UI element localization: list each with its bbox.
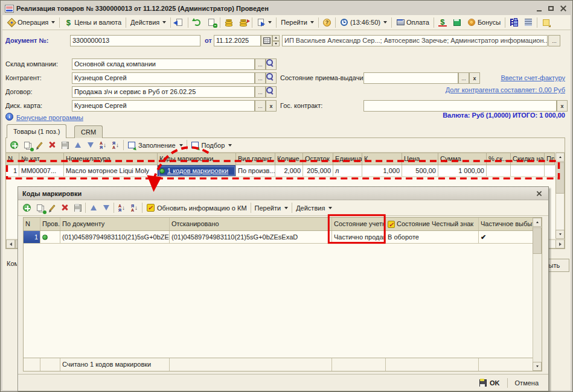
goods-table-row[interactable]: 1 ММ00007... Масло моторное Liqui Moly 1… xyxy=(6,165,555,177)
popup-table-row[interactable]: 1 (01)04589794983110(21)5sG+0bZEsExa... … xyxy=(24,231,542,244)
actions-button[interactable]: Действия xyxy=(127,17,169,28)
bonuses-button[interactable]: Бонусы xyxy=(464,16,504,28)
tab-crm[interactable]: CRM xyxy=(74,125,103,138)
popup-cell-n[interactable]: 1 xyxy=(24,231,40,244)
cell-disc-pct[interactable] xyxy=(487,165,511,177)
sort-desc-button[interactable]: ЯА↓ xyxy=(109,139,122,151)
edit-row-button[interactable] xyxy=(33,139,46,151)
post-document-button[interactable] xyxy=(172,16,187,28)
fill-button[interactable]: Заполнение xyxy=(125,141,185,150)
popup-cell-scanned[interactable]: (01)04589794983110(21)5sG+0bZEsExaD xyxy=(170,231,332,244)
org-ellipsis-button[interactable]: ... xyxy=(548,35,560,46)
header-cell-disc-pct[interactable]: % ск... xyxy=(487,153,511,165)
header-cell-unit[interactable]: Единица xyxy=(333,153,362,165)
contract-ellipsis-button[interactable]: ... xyxy=(255,86,266,98)
doc-number-input[interactable]: 3300000013 xyxy=(70,35,200,46)
help-button[interactable]: ? xyxy=(320,17,334,28)
move-up-button[interactable] xyxy=(71,139,84,151)
scroll-down-button[interactable] xyxy=(555,230,565,239)
warehouse-ellipsis-button[interactable]: ... xyxy=(255,58,266,70)
popup-cell-by-document[interactable]: (01)04589794983110(21)5sG+0bZEsExa... xyxy=(60,231,170,244)
gov-contract-clear-button[interactable]: x xyxy=(557,100,568,112)
popup-add-button[interactable] xyxy=(21,202,33,214)
structure-button[interactable] xyxy=(507,16,521,28)
popup-sort-desc-button[interactable]: ЯА↓ xyxy=(128,202,141,214)
cell-k[interactable]: 1,000 xyxy=(362,165,402,177)
calendar-button[interactable] xyxy=(261,35,272,46)
tab-goods[interactable]: Товары (1 поз.) xyxy=(7,124,66,138)
header-cell-sum[interactable]: Сумма xyxy=(438,153,487,165)
add-row-button[interactable] xyxy=(8,139,21,151)
time-button[interactable]: (13:46:50) xyxy=(337,16,390,28)
cell-disc-amount[interactable] xyxy=(511,165,545,177)
payment-button[interactable]: Оплата xyxy=(393,16,432,28)
operation-button[interactable]: Операция xyxy=(4,16,58,28)
debt-link[interactable]: Долг контрагента составляет: 0,00 Руб xyxy=(423,86,565,93)
popup-cell-accounting-state[interactable]: Частично продан xyxy=(332,231,386,244)
bonus-programs-link[interactable]: Бонусные программы xyxy=(16,114,83,121)
cell-sum[interactable]: 1 000,00 xyxy=(438,165,487,177)
ok-button[interactable]: OK xyxy=(475,378,504,388)
popup-sort-asc-button[interactable]: АЯ↓ xyxy=(115,202,128,214)
posting-dtkt-button[interactable] xyxy=(222,16,236,28)
header-cell-nomenclature[interactable]: Номенклатура xyxy=(64,153,158,165)
scroll-right-button[interactable] xyxy=(555,239,565,248)
reception-state-input[interactable] xyxy=(363,72,458,84)
disc-card-input[interactable]: Кузнецов Сергей xyxy=(72,100,255,112)
reception-state-ellipsis-button[interactable]: ... xyxy=(458,72,469,84)
save-row-button[interactable] xyxy=(59,139,71,151)
pick-button[interactable]: Подбор xyxy=(188,141,235,150)
doc-date-input[interactable]: 11.12.2025 xyxy=(214,35,261,46)
popup-delete-button[interactable] xyxy=(59,202,71,214)
popup-v-scrollbar[interactable] xyxy=(533,218,542,371)
v-scroll-thumb[interactable] xyxy=(555,162,565,194)
copy-row-button[interactable] xyxy=(21,139,33,151)
disc-card-clear-button[interactable]: x xyxy=(266,100,277,112)
popup-scroll-up-button[interactable] xyxy=(533,218,542,227)
popup-header-accounting-state[interactable]: Состояние учетное xyxy=(332,218,386,230)
warehouse-input[interactable]: Основной склад компании xyxy=(72,58,255,70)
refresh-button[interactable] xyxy=(190,16,204,28)
cell-warranty[interactable]: По произв... xyxy=(236,165,275,177)
popup-close-button[interactable] xyxy=(534,189,544,198)
invoice-link[interactable]: Ввести счет-фактуру xyxy=(481,74,565,81)
prices-currency-button[interactable]: $Цены и валюта xyxy=(61,16,124,28)
cell-price[interactable]: 500,00 xyxy=(402,165,438,177)
popup-scroll-down-button[interactable] xyxy=(533,362,542,371)
popup-move-up-button[interactable] xyxy=(87,202,100,214)
popup-scroll-thumb[interactable] xyxy=(533,227,542,254)
cell-stock[interactable]: 205,000 xyxy=(303,165,333,177)
header-cell-stock[interactable]: Остаток xyxy=(303,153,333,165)
popup-cell-partial-disposal[interactable]: ✔ xyxy=(479,231,533,244)
disc-card-ellipsis-button[interactable]: ... xyxy=(255,100,266,112)
cancel-button[interactable]: Отмена xyxy=(511,378,542,388)
date-spinner[interactable] xyxy=(272,35,280,46)
based-on-button[interactable] xyxy=(254,16,275,28)
scroll-up-button[interactable] xyxy=(555,153,565,162)
minimize-button[interactable] xyxy=(534,4,544,13)
popup-cell-chestny-znak[interactable]: В обороте xyxy=(386,231,479,244)
cell-marking-codes[interactable]: 1 кодов маркировки xyxy=(158,165,236,177)
cell-nomenclature[interactable]: Масло моторное Liqui Moly xyxy=(64,165,158,177)
counterparty-open-button[interactable] xyxy=(266,72,277,84)
header-cell-disc-amount[interactable]: Скидка на... xyxy=(511,153,545,165)
maximize-button[interactable] xyxy=(546,4,556,13)
popup-header-by-document[interactable]: По документу xyxy=(60,218,170,230)
popup-edit-button[interactable] xyxy=(46,202,59,214)
popup-actions-button[interactable]: Действия xyxy=(293,204,335,212)
cell-pct[interactable] xyxy=(545,165,555,177)
delete-row-button[interactable] xyxy=(46,139,59,151)
header-cell-pct[interactable]: Проце xyxy=(545,153,555,165)
popup-goto-button[interactable]: Перейти xyxy=(252,204,291,212)
header-cell-qty[interactable]: Количе... xyxy=(275,153,303,165)
counterparty-ellipsis-button[interactable]: ... xyxy=(255,72,266,84)
popup-header-scanned[interactable]: Отсканировано xyxy=(170,218,332,230)
contract-open-button[interactable] xyxy=(266,86,277,98)
header-cell-price[interactable]: Цена xyxy=(402,153,438,165)
header-cell-cat-no[interactable]: № кат. xyxy=(19,153,64,165)
popup-header-chestny-znak[interactable]: ✓Состояние Честный знак xyxy=(386,218,479,230)
popup-header-partial-disposal[interactable]: Частичное выбытие xyxy=(479,218,533,230)
cash-register-button[interactable] xyxy=(450,16,464,28)
popup-save-button[interactable] xyxy=(71,202,84,214)
org-info-input[interactable]: ИП Васильев Александр Сер...; Автосервис… xyxy=(282,35,548,46)
